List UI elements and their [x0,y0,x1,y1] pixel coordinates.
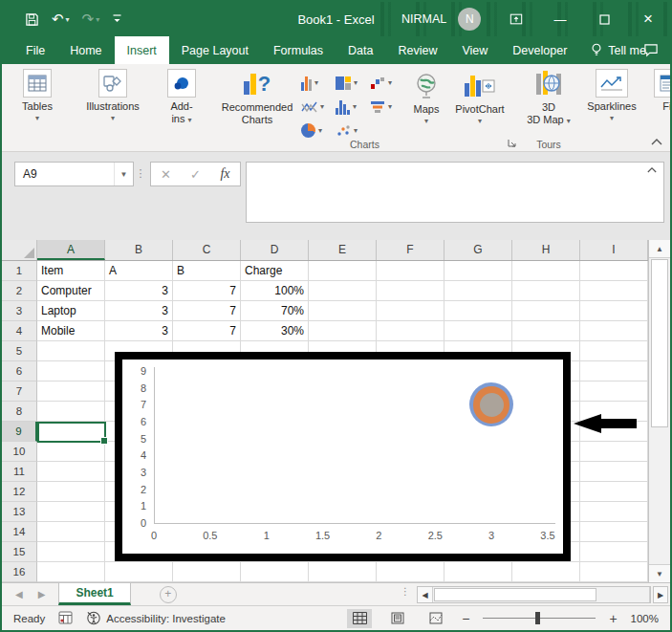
column-header-A[interactable]: A [37,240,105,260]
cell-D4[interactable]: 30% [241,321,309,341]
map3d-button[interactable]: 3D3D Map ▾ [526,69,572,125]
cell-I15[interactable] [580,542,648,562]
insert-line-chart-button[interactable]: ▾ [301,95,336,119]
cell-I3[interactable] [580,301,648,321]
cell-C4[interactable]: 7 [173,321,241,341]
undo-dropdown-icon[interactable]: ▾ [66,15,70,24]
insert-waterfall-chart-button[interactable]: ▾ [370,71,404,95]
cell-I16[interactable] [580,562,648,582]
cell-B3[interactable]: 3 [105,301,173,321]
cell-I6[interactable] [580,361,648,381]
cell-F2[interactable] [377,281,444,301]
slicer-button[interactable]: Fil [652,69,672,113]
scroll-right-button[interactable]: ▶ [653,586,668,603]
cell-I12[interactable] [580,482,648,502]
column-header-C[interactable]: C [173,240,241,260]
cell-G2[interactable] [444,281,512,301]
cell-A8[interactable] [37,402,105,422]
cell-D1[interactable]: Charge [241,261,309,281]
horizontal-scroll-thumb[interactable] [434,588,596,601]
row-header-12[interactable]: 12 [2,482,37,502]
tab-home[interactable]: Home [57,36,114,64]
tab-formulas[interactable]: Formulas [261,36,336,64]
formula-bar-collapse-button[interactable] [647,165,657,175]
cell-H1[interactable] [512,261,580,281]
cell-A2[interactable]: Computer [37,281,105,301]
cell-A16[interactable] [37,562,105,582]
cell-A3[interactable]: Laptop [37,301,105,321]
redo-dropdown-icon[interactable]: ▾ [96,15,99,24]
row-header-13[interactable]: 13 [2,502,37,522]
cell-G16[interactable] [444,562,512,582]
insert-function-button[interactable]: fx [210,166,240,182]
cell-I13[interactable] [580,502,648,522]
row-header-11[interactable]: 11 [2,462,37,482]
recommended-charts-button[interactable]: ? Recommended Charts [213,69,301,125]
row-header-9[interactable]: 9 [2,422,37,442]
scroll-down-button[interactable]: ▼ [649,564,670,582]
cell-A5[interactable] [37,341,105,361]
column-header-G[interactable]: G [444,240,512,260]
zoom-in-button[interactable]: + [609,611,617,626]
vertical-scrollbar[interactable]: ▲ ▼ [648,240,670,582]
cell-I2[interactable] [580,281,648,301]
enter-button[interactable]: ✓ [181,167,210,182]
cell-G4[interactable] [444,321,512,341]
bubble-chart[interactable]: 012345678900.511.522.533.5 [115,352,571,561]
cancel-button[interactable]: ✕ [151,167,181,182]
row-header-4[interactable]: 4 [2,321,37,341]
pivotchart-button[interactable]: PivotChart ▾ [448,71,511,125]
insert-funnel-chart-button[interactable]: ▾ [370,95,404,119]
tab-file[interactable]: File [13,36,57,64]
insert-column-chart-button[interactable]: ▾ [301,71,336,95]
column-header-D[interactable]: D [241,240,309,260]
accessibility-status[interactable]: Accessibility: Investigate [86,611,226,625]
cell-I7[interactable] [580,381,648,402]
new-sheet-button[interactable]: + [160,586,177,603]
cell-C1[interactable]: B [173,261,241,281]
row-header-6[interactable]: 6 [2,361,37,381]
cell-E1[interactable] [309,261,377,281]
cell-C2[interactable]: 7 [173,281,241,301]
cell-F4[interactable] [377,321,444,341]
row-header-1[interactable]: 1 [2,261,37,281]
minimize-button[interactable]: — [538,2,582,36]
cell-I14[interactable] [580,522,648,542]
cell-E2[interactable] [309,281,377,301]
redo-button[interactable]: ↷▾ [82,11,100,28]
row-header-14[interactable]: 14 [2,522,37,542]
next-sheet-button[interactable]: ▶ [38,589,46,599]
sheet-tab-sheet1[interactable]: Sheet1 [58,583,130,605]
cell-A14[interactable] [37,522,105,542]
cell-A12[interactable] [37,482,105,502]
comments-button[interactable] [643,36,659,64]
horizontal-scrollbar[interactable]: ◀ [417,586,651,603]
cell-H16[interactable] [512,562,580,582]
cell-D3[interactable]: 70% [241,301,309,321]
column-header-H[interactable]: H [512,240,580,260]
vertical-scroll-thumb[interactable] [651,259,668,427]
column-header-I[interactable]: I [580,240,648,260]
cell-E3[interactable] [309,301,377,321]
cell-I5[interactable] [580,341,648,361]
cell-A10[interactable] [37,442,105,462]
name-box-dropdown-icon[interactable]: ▼ [114,163,133,185]
customize-qat-button[interactable] [112,13,122,25]
row-header-7[interactable]: 7 [2,381,37,402]
cell-I10[interactable] [580,442,648,462]
addins-button[interactable]: Add-ins ▾ [160,69,204,124]
page-break-preview-button[interactable] [423,609,448,628]
row-header-3[interactable]: 3 [2,301,37,321]
cell-F16[interactable] [377,562,444,582]
cell-E4[interactable] [309,321,377,341]
cell-B4[interactable]: 3 [105,321,173,341]
tab-insert[interactable]: Insert [115,36,169,64]
close-button[interactable]: × [626,2,670,36]
cell-H2[interactable] [512,281,580,301]
formula-input[interactable] [246,162,664,223]
cell-H4[interactable] [512,321,580,341]
cell-B16[interactable] [105,562,173,582]
cell-A13[interactable] [37,502,105,522]
selected-cell-A9[interactable] [37,422,106,443]
column-header-B[interactable]: B [105,240,173,260]
